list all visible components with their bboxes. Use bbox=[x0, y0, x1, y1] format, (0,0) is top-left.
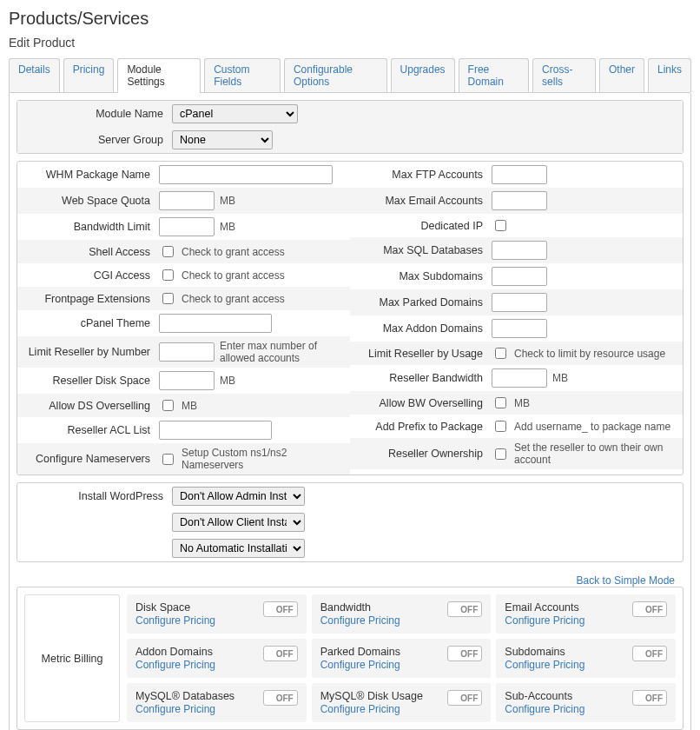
metric-addon-domains-configure[interactable]: Configure Pricing bbox=[135, 659, 215, 671]
cgi-access-hint: Check to grant access bbox=[182, 269, 285, 282]
metric-disk-space: Disk Space Configure Pricing OFF bbox=[127, 594, 307, 634]
cpanel-theme-input[interactable] bbox=[159, 314, 272, 333]
metric-subdomains-configure[interactable]: Configure Pricing bbox=[505, 659, 584, 671]
frontpage-ext-checkbox[interactable] bbox=[162, 293, 174, 304]
reseller-ownership-checkbox[interactable] bbox=[495, 448, 506, 460]
wp-auto-select[interactable]: No Automatic Installations bbox=[172, 539, 305, 558]
limit-reseller-number-input[interactable] bbox=[159, 342, 215, 362]
configure-nameservers-hint: Setup Custom ns1/ns2 Nameservers bbox=[182, 447, 343, 471]
metric-subdomains: Subdomains Configure Pricing OFF bbox=[496, 639, 676, 678]
add-prefix-label: Add Prefix to Package bbox=[357, 421, 492, 433]
metric-mysql-db-name: MySQL® Databases bbox=[135, 690, 234, 702]
max-email-label: Max Email Accounts bbox=[357, 195, 492, 207]
cpanel-settings-panel: WHM Package Name Web Space Quota MB Band… bbox=[17, 161, 683, 475]
metric-bandwidth-name: Bandwidth bbox=[320, 601, 400, 614]
limit-reseller-usage-label: Limit Reseller by Usage bbox=[357, 348, 492, 360]
page-subtitle: Edit Product bbox=[9, 36, 691, 50]
max-sql-input[interactable] bbox=[492, 241, 547, 260]
tabs: Details Pricing Module Settings Custom F… bbox=[9, 58, 691, 92]
wp-client-select[interactable]: Don't Allow Client Installation bbox=[172, 513, 305, 532]
wordpress-panel: Install WordPress Don't Allow Admin Inst… bbox=[17, 482, 683, 562]
metric-disk-space-name: Disk Space bbox=[135, 601, 215, 614]
metric-email-accounts-name: Email Accounts bbox=[505, 601, 584, 614]
metric-sub-accounts-toggle[interactable]: OFF bbox=[632, 690, 667, 706]
metric-subdomains-toggle[interactable]: OFF bbox=[632, 646, 667, 661]
cgi-access-checkbox[interactable] bbox=[162, 269, 174, 281]
tab-free-domain[interactable]: Free Domain bbox=[459, 58, 529, 92]
module-name-select[interactable]: cPanel bbox=[172, 104, 298, 123]
tab-pricing[interactable]: Pricing bbox=[63, 58, 115, 92]
metric-addon-domains-toggle[interactable]: OFF bbox=[263, 646, 298, 661]
metric-parked-domains-configure[interactable]: Configure Pricing bbox=[320, 659, 400, 671]
reseller-bandwidth-input[interactable] bbox=[492, 368, 547, 388]
max-parked-input[interactable] bbox=[492, 293, 547, 312]
tab-custom-fields[interactable]: Custom Fields bbox=[204, 58, 281, 92]
reseller-bandwidth-suffix: MB bbox=[552, 372, 568, 384]
tab-upgrades[interactable]: Upgrades bbox=[391, 58, 455, 92]
max-subdomains-label: Max Subdomains bbox=[357, 270, 492, 282]
allow-ds-oversell-hint: MB bbox=[182, 400, 197, 412]
tab-module-settings[interactable]: Module Settings bbox=[117, 58, 201, 92]
max-email-input[interactable] bbox=[492, 191, 547, 210]
metric-email-accounts: Email Accounts Configure Pricing OFF bbox=[496, 594, 676, 634]
metric-billing-label: Metric Billing bbox=[24, 594, 120, 722]
metric-mysql-db-toggle[interactable]: OFF bbox=[263, 690, 298, 706]
limit-reseller-number-hint: Enter max number of allowed accounts bbox=[220, 340, 343, 364]
module-name-label: Module Name bbox=[24, 108, 172, 120]
whm-package-name-label: WHM Package Name bbox=[24, 169, 159, 181]
wp-admin-select[interactable]: Don't Allow Admin Installation bbox=[172, 487, 305, 506]
web-space-quota-input[interactable] bbox=[159, 191, 215, 210]
configure-nameservers-checkbox[interactable] bbox=[162, 454, 174, 465]
bandwidth-limit-input[interactable] bbox=[159, 217, 215, 236]
page-title: Products/Services bbox=[9, 9, 691, 29]
back-to-simple-mode-link[interactable]: Back to Simple Mode bbox=[577, 574, 675, 587]
shell-access-label: Shell Access bbox=[24, 246, 159, 258]
whm-package-name-input[interactable] bbox=[159, 165, 333, 184]
metric-bandwidth-configure[interactable]: Configure Pricing bbox=[320, 614, 400, 627]
metric-mysql-disk-toggle[interactable]: OFF bbox=[447, 690, 482, 706]
max-subdomains-input[interactable] bbox=[492, 267, 547, 286]
shell-access-hint: Check to grant access bbox=[182, 246, 285, 258]
server-group-select[interactable]: None bbox=[172, 130, 273, 149]
max-ftp-input[interactable] bbox=[492, 165, 547, 184]
tab-links[interactable]: Links bbox=[648, 58, 691, 92]
metric-sub-accounts-configure[interactable]: Configure Pricing bbox=[505, 703, 584, 715]
frontpage-ext-label: Frontpage Extensions bbox=[24, 293, 159, 305]
tab-other[interactable]: Other bbox=[599, 58, 644, 92]
dedicated-ip-label: Dedicated IP bbox=[357, 220, 492, 232]
metric-mysql-disk-name: MySQL® Disk Usage bbox=[320, 690, 423, 702]
max-sql-label: Max SQL Databases bbox=[357, 244, 492, 256]
metric-email-accounts-configure[interactable]: Configure Pricing bbox=[505, 614, 584, 627]
allow-bw-oversell-checkbox[interactable] bbox=[495, 397, 506, 408]
reseller-disk-space-input[interactable] bbox=[159, 371, 215, 390]
limit-reseller-usage-checkbox[interactable] bbox=[495, 348, 506, 359]
reseller-acl-list-input[interactable] bbox=[159, 421, 272, 440]
module-settings-panel: Module Name cPanel Server Group None WHM… bbox=[9, 92, 691, 730]
module-select-panel: Module Name cPanel Server Group None bbox=[17, 100, 683, 154]
limit-reseller-number-label: Limit Reseller by Number bbox=[24, 346, 159, 358]
tab-details[interactable]: Details bbox=[9, 58, 60, 92]
metric-parked-domains: Parked Domains Configure Pricing OFF bbox=[312, 639, 492, 678]
metric-bandwidth-toggle[interactable]: OFF bbox=[447, 601, 482, 617]
tab-cross-sells[interactable]: Cross-sells bbox=[532, 58, 596, 92]
install-wordpress-label: Install WordPress bbox=[24, 490, 172, 502]
tab-configurable-options[interactable]: Configurable Options bbox=[284, 58, 387, 92]
metric-disk-space-toggle[interactable]: OFF bbox=[263, 601, 298, 617]
metric-mysql-disk-configure[interactable]: Configure Pricing bbox=[320, 703, 400, 715]
metric-email-accounts-toggle[interactable]: OFF bbox=[632, 601, 667, 617]
server-group-label: Server Group bbox=[24, 134, 172, 146]
metric-disk-space-configure[interactable]: Configure Pricing bbox=[135, 614, 215, 627]
allow-ds-oversell-checkbox[interactable] bbox=[162, 400, 174, 411]
add-prefix-checkbox[interactable] bbox=[495, 421, 506, 432]
shell-access-checkbox[interactable] bbox=[162, 246, 174, 257]
metric-mysql-db-configure[interactable]: Configure Pricing bbox=[135, 703, 215, 715]
metric-parked-domains-toggle[interactable]: OFF bbox=[447, 646, 482, 661]
allow-bw-oversell-label: Allow BW Overselling bbox=[357, 397, 492, 409]
dedicated-ip-checkbox[interactable] bbox=[495, 220, 506, 231]
max-addon-input[interactable] bbox=[492, 319, 547, 338]
reseller-ownership-label: Reseller Ownership bbox=[357, 448, 492, 460]
metric-addon-domains-name: Addon Domains bbox=[135, 646, 215, 658]
metric-billing-panel: Metric Billing Disk Space Configure Pric… bbox=[17, 587, 683, 730]
max-ftp-label: Max FTP Accounts bbox=[357, 169, 492, 181]
reseller-bandwidth-label: Reseller Bandwidth bbox=[357, 372, 492, 384]
